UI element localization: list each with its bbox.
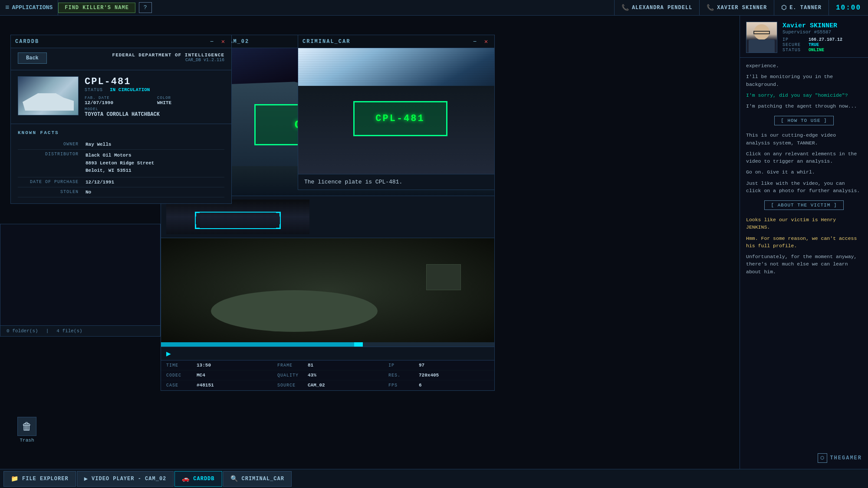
right-panel: Xavier SKINNER Supervisor #S5587 IP 166.…	[740, 16, 868, 469]
chat-msg-6: Click on any relevant elements in the vi…	[746, 150, 862, 165]
chat-msg-1: experience.	[746, 62, 862, 69]
meta-col-3: IP 97 RES. 720x405 FPS 6	[383, 360, 494, 390]
agent-avatar	[746, 22, 777, 53]
meta-ip: IP 97	[383, 360, 494, 370]
scan-corner-br	[276, 224, 280, 229]
corner-bl	[254, 140, 260, 145]
stat-secure: SECURE TRUE	[783, 43, 862, 47]
taskbar: 📁 FILE EXPLORER ▶ VIDEO PLAYER - CAM_02 …	[0, 469, 868, 488]
scan-corner-bl	[195, 224, 200, 229]
known-facts-section: KNOWN FACTS OWNER Ray Wells DISTRIBUTOR …	[11, 124, 231, 203]
applications-menu[interactable]: ≡ APPLICATIONS	[0, 0, 58, 15]
taskbar-file-explorer[interactable]: 📁 FILE EXPLORER	[3, 471, 76, 487]
back-button[interactable]: Back	[18, 52, 47, 64]
scan-corner-tr	[276, 212, 280, 216]
how-to-use-container: [ HOW TO USE ]	[746, 115, 862, 126]
avatar-glasses	[753, 31, 770, 34]
criminal-car-taskbar-icon: 🔍	[230, 475, 238, 482]
chat-msg-4: I'm patching the agent through now...	[746, 102, 862, 110]
file-count: 4 file(s)	[56, 328, 82, 334]
chat-msg-9: Looks like our victim is Henry JENKINS.	[746, 216, 862, 231]
about-victim-container: [ ABOUT THE VICTIM ]	[746, 200, 862, 211]
taskbar-carddb[interactable]: 🚗 CARDDB	[174, 471, 222, 487]
carddb-titlebar: CARDDB − ✕	[11, 35, 231, 48]
crim-corner-tr	[442, 101, 447, 106]
stat-ip: IP 166.27.107.12	[783, 37, 862, 42]
tanner-logo: ⬡ THEGAMER	[818, 453, 862, 463]
fact-date-purchase: DATE OF PURCHASE 12/12/1991	[18, 177, 224, 187]
file-panel-content	[0, 224, 160, 336]
carddb-minimize-button[interactable]: −	[208, 38, 216, 45]
criminal-plate-text: CPL-481	[375, 113, 424, 124]
fact-owner: OWNER Ray Wells	[18, 140, 224, 150]
car-photo[interactable]	[18, 76, 79, 115]
fact-stolen: STOLEN No	[18, 187, 224, 197]
car-meta: FAB. DATE 12/07/1990 COLOR WHITE MODEL T…	[85, 96, 224, 118]
video-timeline[interactable]	[161, 342, 494, 347]
phone-icon-1: 📞	[621, 4, 629, 11]
car-silhouette	[23, 89, 74, 111]
file-explorer-icon: 📁	[11, 475, 19, 482]
meta-case: CASE #48151	[161, 380, 272, 390]
corner-tl	[254, 104, 260, 109]
agent-xavier-skinner[interactable]: 📞 XAVIER SKINNER	[699, 0, 774, 16]
agent-role: Supervisor #S5587	[783, 29, 862, 35]
taskbar-criminal-car[interactable]: 🔍 CRIMINAL_CAR	[223, 471, 292, 487]
agent-e-tanner[interactable]: ⬡ E. TANNER	[774, 0, 829, 16]
chat-msg-3: I'm sorry, did you say "homicide"?	[746, 92, 862, 99]
car-plate: CPL-481	[85, 76, 224, 87]
help-button[interactable]: ?	[139, 2, 152, 13]
folder-count: 0 folder(s)	[7, 328, 38, 334]
video-screen-bottom[interactable]	[161, 238, 494, 342]
chat-msg-5: This is our cutting-edge video analysis …	[746, 131, 862, 147]
criminal-video[interactable]: CPL-481	[298, 48, 494, 174]
agent-info: Xavier SKINNER Supervisor #S5587 IP 166.…	[783, 22, 862, 53]
trash-label: Trash	[20, 438, 34, 443]
criminal-car-title: CRIMINAL_CAR	[302, 39, 350, 45]
taskbar-video-player[interactable]: ▶ VIDEO PLAYER - CAM_02	[77, 471, 174, 487]
scan-video[interactable]	[166, 200, 309, 234]
tanner-icon: ⬡	[781, 4, 787, 11]
car-image	[18, 77, 78, 115]
agent-full-name: Xavier SKINNER	[783, 22, 862, 29]
about-victim-button[interactable]: [ ABOUT THE VICTIM ]	[764, 200, 843, 210]
scan-corner-tl	[195, 212, 200, 216]
video-player-icon: ▶	[84, 475, 88, 482]
color-label: COLOR WHITE	[157, 96, 224, 105]
model-label: MODEL TOYOTA COROLLA HATCHBACK	[85, 107, 224, 118]
stat-status: STATUS ONLINE	[783, 48, 862, 52]
status-value: IN CIRCULATION	[110, 87, 150, 92]
carddb-window: CARDDB − ✕ Back FEDERAL DEPARTMENT OF IN…	[10, 35, 232, 204]
carddb-close-button[interactable]: ✕	[219, 38, 227, 45]
criminal-minimize-button[interactable]: −	[471, 38, 479, 45]
dept-name: FEDERAL DEPARTMENT OF INTELLIGENCE	[112, 52, 224, 58]
how-to-use-button[interactable]: [ HOW TO USE ]	[774, 116, 833, 125]
meta-frame: FRAME 81	[272, 360, 383, 370]
carddb-window-controls: − ✕	[208, 38, 227, 45]
agent-alexandra-pendell[interactable]: 📞 ALEXANDRA PENDELL	[614, 0, 699, 16]
hamburger-icon: ≡	[5, 4, 10, 12]
meta-col-1: TIME 13:50 CODEC MC4 CASE #48151	[161, 360, 272, 390]
trash-icon[interactable]: 🗑	[17, 417, 36, 436]
timeline-marker	[354, 342, 363, 347]
video-meta: TIME 13:50 CODEC MC4 CASE #48151 FRAME 8…	[161, 360, 494, 390]
mission-button[interactable]: Find killer's name	[58, 3, 135, 13]
file-status-bar: 0 folder(s) | 4 file(s)	[0, 325, 160, 336]
criminal-plate-detection-box[interactable]: CPL-481	[353, 101, 447, 136]
trash-area: 🗑 Trash	[17, 417, 36, 443]
table-shape	[211, 290, 378, 332]
meta-quality: QUALITY 43%	[272, 370, 383, 380]
scan-highlight	[195, 212, 281, 229]
car-card: CPL-481 STATUS IN CIRCULATION FAB. DATE …	[11, 70, 231, 124]
meta-fps: FPS 6	[383, 380, 494, 390]
interior-background	[161, 238, 494, 342]
chair-shape	[426, 264, 461, 290]
meta-codec: CODEC MC4	[161, 370, 272, 380]
tanner-logo-icon: ⬡	[818, 453, 827, 463]
criminal-car-controls: − ✕	[471, 38, 490, 45]
criminal-close-button[interactable]: ✕	[482, 38, 490, 45]
chat-msg-2: I'll be monitoring you in the background…	[746, 73, 862, 88]
play-button[interactable]: ▶	[166, 349, 171, 358]
criminal-car-titlebar: CRIMINAL_CAR − ✕	[298, 35, 494, 48]
criminal-caption: The licence plate is CPL-481.	[298, 174, 494, 190]
